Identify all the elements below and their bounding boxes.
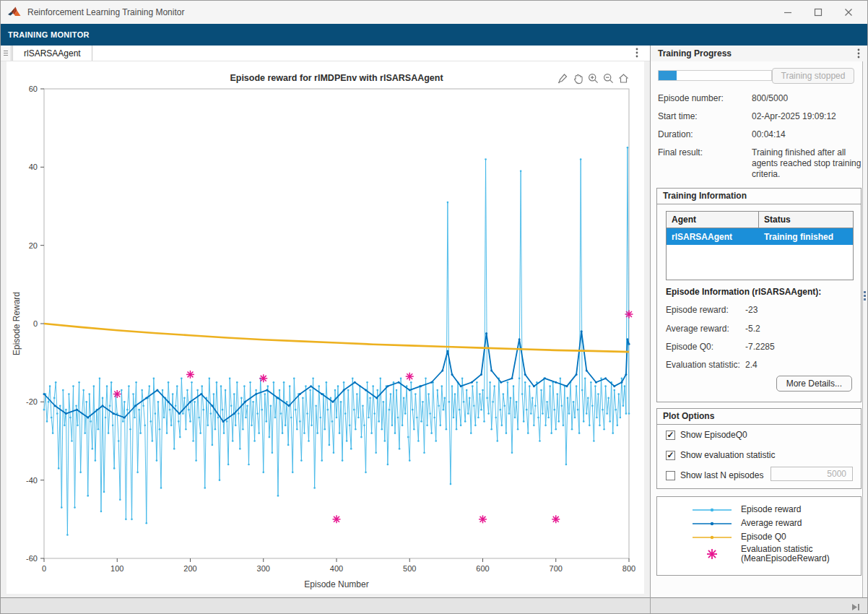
field-label: Start time: — [658, 111, 752, 122]
field-duration: Duration: 00:04:14 — [658, 129, 862, 140]
svg-text:-20: -20 — [26, 397, 38, 406]
figure-right-gutter — [644, 61, 650, 597]
field-label: Evaluation statistic: — [666, 360, 745, 370]
tab-label: rlSARSAAgent — [24, 48, 81, 59]
brush-icon[interactable] — [556, 72, 569, 85]
col-header-agent: Agent — [667, 212, 759, 228]
svg-text:0: 0 — [42, 564, 46, 573]
home-icon[interactable] — [617, 72, 630, 85]
panel-resize-gutter[interactable] — [862, 61, 867, 597]
field-label: Episode reward: — [666, 305, 745, 315]
svg-text:-40: -40 — [26, 476, 38, 485]
checkbox-show-evaluation-statistic[interactable]: ✓ — [666, 451, 675, 460]
field-label: Episode number: — [658, 93, 752, 104]
field-label: Episode Q0: — [666, 342, 745, 352]
figure-area: 0100200300400500600700800-60-40-20020406… — [1, 61, 650, 597]
last-n-episodes-input[interactable] — [771, 467, 853, 481]
checkbox-label: Show EpisodeQ0 — [680, 430, 747, 440]
field-label: Final result: — [658, 147, 752, 180]
toolstrip-tab-training-monitor[interactable]: TRAINING MONITOR — [8, 30, 90, 39]
group-title: Plot Options — [657, 409, 861, 425]
svg-text:40: 40 — [29, 163, 38, 171]
field-episode-number: Episode number: 800/5000 — [658, 93, 862, 104]
svg-text:800: 800 — [622, 564, 635, 573]
title-bar: Reinforcement Learning Training Monitor — [1, 1, 867, 24]
axes-toolbar — [556, 72, 630, 85]
collapse-panel-icon[interactable] — [851, 602, 861, 614]
gutter-grip — [864, 291, 866, 302]
field-value: Training finished after all agents reach… — [752, 147, 862, 180]
svg-text:200: 200 — [183, 564, 196, 573]
group-title: Training Information — [657, 189, 861, 204]
training-progress-header: Training Progress — [651, 46, 867, 61]
kebab-menu-icon — [857, 48, 860, 59]
window-title: Reinforcement Learning Training Monitor — [27, 7, 184, 17]
field-label: Average reward: — [666, 324, 745, 334]
legend-line-swatch — [657, 533, 732, 542]
field-episode-reward: Episode reward: -23 — [666, 305, 758, 315]
training-progress-panel: Training stopped Episode number: 800/500… — [651, 61, 867, 597]
checkbox-show-last-n-episodes[interactable] — [666, 471, 675, 480]
svg-text:400: 400 — [330, 564, 343, 573]
checkbox-label: Show last N episodes — [680, 470, 763, 480]
training-chart[interactable]: 0100200300400500600700800-60-40-20020406… — [1, 61, 650, 597]
tab-overflow-menu[interactable] — [635, 47, 638, 61]
legend-asterisk-swatch — [657, 546, 732, 562]
chart-title: Episode reward for rlMDPEnv with rlSARSA… — [230, 73, 443, 83]
field-label: Duration: — [658, 129, 752, 140]
field-average-reward: Average reward: -5.2 — [666, 324, 760, 334]
legend-label: Evaluation statistic (MeanEpisodeReward) — [741, 545, 830, 563]
table-row[interactable]: rlSARSAAgent Training finished — [667, 228, 853, 245]
left-status-strip — [1, 597, 650, 614]
col-header-status: Status — [759, 212, 853, 228]
legend-entry-episode-q0: Episode Q0 — [657, 532, 861, 542]
svg-text:-60: -60 — [26, 554, 38, 563]
panel-kebab-menu[interactable] — [857, 48, 860, 62]
legend-line-swatch — [657, 519, 732, 528]
kebab-menu-icon — [635, 47, 638, 59]
legend-entry-evaluation-statistic: Evaluation statistic (MeanEpisodeReward) — [657, 545, 861, 563]
document-list-icon — [3, 50, 9, 56]
zoom-out-icon[interactable] — [602, 72, 615, 85]
chart-legend: Episode reward Average reward Episode Q0… — [656, 496, 862, 576]
svg-text:0: 0 — [33, 319, 38, 328]
figure-left-gutter — [1, 61, 6, 597]
field-value: -5.2 — [745, 324, 760, 334]
more-details-button[interactable]: More Details... — [776, 376, 852, 392]
field-start-time: Start time: 02-Apr-2025 19:09:12 — [658, 111, 862, 122]
field-value: 02-Apr-2025 19:09:12 — [752, 111, 862, 122]
tab-rlsarsaagent[interactable]: rlSARSAAgent — [12, 46, 92, 61]
field-final-result: Final result: Training finished after al… — [658, 147, 862, 180]
legend-entry-episode-reward: Episode reward — [657, 505, 861, 514]
zoom-in-icon[interactable] — [586, 72, 599, 85]
field-evaluation-statistic: Evaluation statistic: 2.4 — [666, 360, 758, 370]
plot-options-group: Plot Options ✓ Show EpisodeQ0 ✓ Show eva… — [656, 408, 862, 489]
svg-text:600: 600 — [476, 564, 489, 573]
minimize-icon[interactable] — [784, 8, 792, 17]
legend-label: Episode Q0 — [741, 532, 786, 542]
legend-entry-average-reward: Average reward — [657, 519, 861, 528]
svg-text:500: 500 — [403, 564, 416, 573]
toolstrip: TRAINING MONITOR — [1, 24, 867, 46]
training-stopped-button[interactable]: Training stopped — [772, 68, 854, 84]
field-value: 800/5000 — [752, 93, 862, 104]
app-window: Reinforcement Learning Training Monitor … — [0, 0, 868, 614]
checkbox-label: Show evaluation statistic — [680, 450, 775, 460]
maximize-icon[interactable] — [814, 8, 823, 17]
field-value: -7.2285 — [745, 342, 775, 352]
cell-status: Training finished — [759, 228, 853, 245]
svg-text:60: 60 — [29, 85, 38, 93]
training-progress-bar — [658, 70, 772, 81]
matlab-logo-icon — [7, 6, 22, 19]
field-episode-q0: Episode Q0: -7.2285 — [666, 342, 775, 352]
field-value: -23 — [745, 305, 758, 315]
close-icon[interactable] — [844, 8, 853, 17]
checkbox-show-episodeq0[interactable]: ✓ — [666, 431, 675, 440]
pan-icon[interactable] — [571, 72, 584, 85]
option-show-episodeq0: ✓ Show EpisodeQ0 — [666, 430, 747, 440]
cell-agent: rlSARSAAgent — [667, 228, 759, 245]
legend-line-swatch — [657, 506, 732, 514]
svg-text:700: 700 — [550, 564, 563, 573]
document-tab-bar: rlSARSAAgent — [1, 46, 650, 61]
document-list-button[interactable] — [1, 46, 12, 61]
